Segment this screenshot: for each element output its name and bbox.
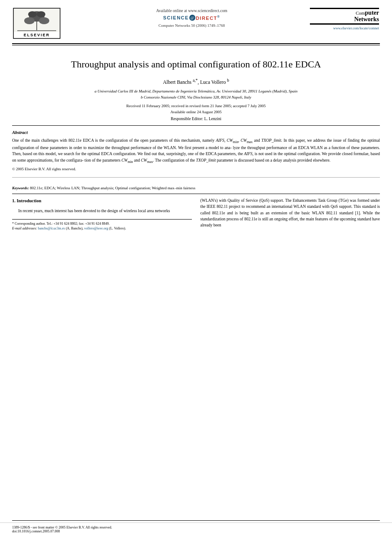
abstract-text: One of the main challenges with 802.11e … xyxy=(12,137,380,164)
affiliation-b: b Consorzio Nazionale CINI, Via Dioclezi… xyxy=(35,95,357,101)
email-vollero: vollero@ieee.org xyxy=(84,226,108,230)
cn-works: works xyxy=(363,16,379,22)
license-doi: doi:10.1016/j.comnet.2005.07.008 xyxy=(12,529,380,533)
available-online: Available online 24 August 2005 xyxy=(35,110,357,114)
top-hr-thick xyxy=(12,43,380,44)
header: ELSEVIER Available online at www.science… xyxy=(0,0,392,43)
bottom-area: 1389-1286/$ - see front matter © 2005 El… xyxy=(0,520,392,535)
footnote-email: E-mail addresses: banchs@it.uc3m.es (A. … xyxy=(12,226,192,231)
intro-para-2: (WLAN's) with Quality of Service (QoS) s… xyxy=(201,197,380,228)
svg-text:ELSEVIER: ELSEVIER xyxy=(24,33,50,37)
abstract-title: Abstract xyxy=(12,130,380,135)
cn-logo-box: Computer Networks xyxy=(310,8,379,25)
keywords-divider xyxy=(12,177,380,178)
intro-title: 1. Introduction xyxy=(12,197,192,204)
bottom-license: 1389-1286/$ - see front matter © 2005 El… xyxy=(0,522,392,535)
svg-point-6 xyxy=(28,11,37,17)
keywords-label: Keywords: xyxy=(12,186,29,190)
bottom-hr xyxy=(12,520,380,521)
responsible-editor: Responsible Editor: L. Lenzini xyxy=(35,117,357,121)
cn-com: Com xyxy=(356,10,365,16)
header-right: Computer Networks www.elsevier.com/locat… xyxy=(310,8,379,30)
dates: Received 11 February 2005; received in r… xyxy=(35,104,357,108)
col-right: (WLAN's) with Quality of Service (QoS) s… xyxy=(201,197,380,231)
cn-net: Net xyxy=(354,16,363,22)
keywords-values: 802.11e; EDCA; Wireless LAN; Throughput … xyxy=(30,186,195,190)
email-banchs-name: (A. Banchs), xyxy=(66,226,83,230)
svg-point-4 xyxy=(24,17,35,24)
svg-point-5 xyxy=(39,17,49,24)
abstract-section: Abstract One of the main challenges with… xyxy=(0,126,392,174)
science-logo: SCIENCE xyxy=(163,15,188,20)
email-label: E-mail addresses: xyxy=(12,226,37,230)
license-text: 1389-1286/$ - see front matter © 2005 El… xyxy=(12,525,380,529)
intro-para-1: In recent years, much interest has been … xyxy=(12,208,192,214)
email-vollero-name: (L. Vollero). xyxy=(109,226,126,230)
keywords: Keywords: 802.11e; EDCA; Wireless LAN; T… xyxy=(12,185,380,191)
cn-puter: puter xyxy=(365,10,379,16)
svg-point-7 xyxy=(37,11,45,17)
sup-a: a,* xyxy=(193,78,198,83)
footnote-corresponding: * Corresponding author. Tel.: +34 91 624… xyxy=(12,221,192,226)
authors: Albert Banchs a,*, Luca Vollero b xyxy=(35,78,357,85)
elsevier-url: www.elsevier.com/locate/comnet xyxy=(310,26,379,30)
header-left: ELSEVIER xyxy=(13,8,73,40)
header-center: Available online at www.sciencedirect.co… xyxy=(73,8,310,28)
main-title: Throughput analysis and optimal configur… xyxy=(35,58,357,71)
keywords-section: Keywords: 802.11e; EDCA; Wireless LAN; T… xyxy=(0,181,392,194)
elsevier-logo-svg: ELSEVIER xyxy=(13,8,61,39)
copyright: © 2005 Elsevier B.V. All rights reserved… xyxy=(12,167,380,171)
sup-b: b xyxy=(227,78,229,83)
email-banchs: banchs@it.uc3m.es xyxy=(38,226,65,230)
col-left: 1. Introduction In recent years, much in… xyxy=(12,197,192,231)
direct-logo: DIRECT® xyxy=(196,15,220,21)
affiliation-a: a Universidad Carlos III de Madrid, Depa… xyxy=(35,89,357,95)
footnote-area: * Corresponding author. Tel.: +34 91 624… xyxy=(12,219,192,231)
journal-info: Computer Networks 50 (2006) 1749–1768 xyxy=(73,23,310,28)
available-online-text: Available online at www.sciencedirect.co… xyxy=(73,9,310,13)
affiliations: a Universidad Carlos III de Madrid, Depa… xyxy=(35,89,357,100)
page: ELSEVIER Available online at www.science… xyxy=(0,0,392,535)
two-col-section: 1. Introduction In recent years, much in… xyxy=(0,194,392,231)
title-section: Throughput analysis and optimal configur… xyxy=(0,45,392,125)
at-icon: @ xyxy=(189,15,195,21)
